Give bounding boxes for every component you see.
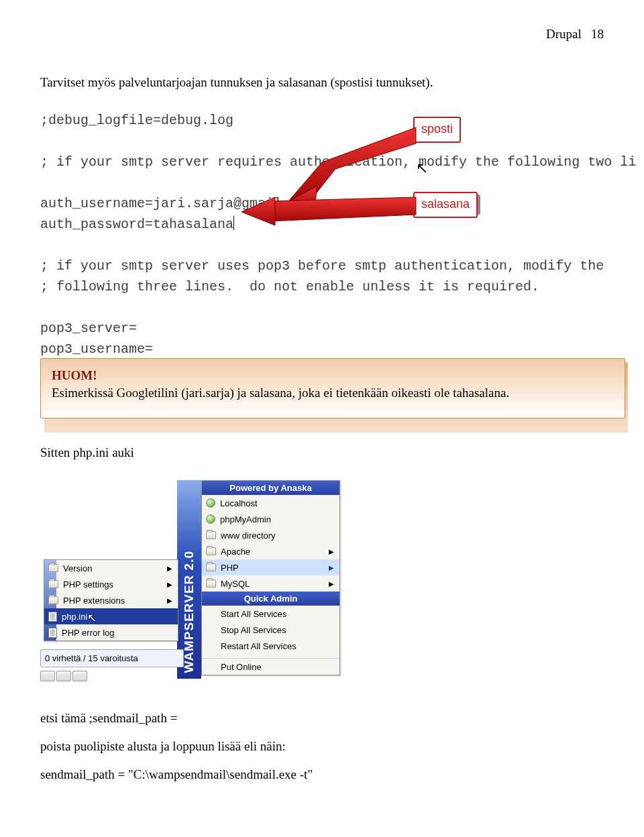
menu-label: Start All Services <box>221 609 286 619</box>
page-header: Drupal 18 <box>40 27 604 42</box>
wamp-band-label: WAMPSERVER 2.0 <box>182 551 197 673</box>
submenu-label: php.ini <box>62 612 87 622</box>
folder-icon <box>206 531 216 539</box>
chevron-right-icon: ▶ <box>329 580 334 588</box>
code-line: ; if your smtp server uses pop3 before s… <box>40 256 604 276</box>
menu-label: www directory <box>221 531 276 541</box>
code-line: ; following three lines. do not enable u… <box>40 276 604 297</box>
submenu-item-php-settings[interactable]: PHP settings ▶ <box>44 576 178 592</box>
arrow-sposti <box>268 122 423 203</box>
submenu-label: Version <box>63 563 92 573</box>
submenu-item-php-error-log[interactable]: PHP error log <box>44 624 178 640</box>
document-icon <box>48 612 57 622</box>
notice-message: Esimerkissä Googletilini (jari.sarja) ja… <box>52 386 614 400</box>
menu-label: Restart All Services <box>221 641 297 651</box>
text-cursor <box>233 216 234 230</box>
menu-item-localhost[interactable]: Localhost <box>202 495 339 511</box>
menu-item-restart-all[interactable]: Restart All Services <box>202 638 339 654</box>
svg-marker-0 <box>288 127 416 201</box>
menu-label: Stop All Services <box>221 625 286 635</box>
taskbar-button[interactable] <box>72 671 87 681</box>
chevron-right-icon: ▶ <box>329 564 334 571</box>
menu-item-www-directory[interactable]: www directory <box>202 527 339 543</box>
phpini-paragraph: Sitten php.ini auki <box>40 445 604 460</box>
menu-item-apache[interactable]: Apache ▶ <box>202 543 339 559</box>
chevron-right-icon: ▶ <box>167 565 172 572</box>
menu-item-start-all[interactable]: Start All Services <box>202 606 339 622</box>
submenu-item-version[interactable]: Version ▶ <box>44 560 178 576</box>
folder-icon <box>48 580 58 588</box>
menu-item-put-online[interactable]: Put Online <box>202 658 339 675</box>
submenu-item-php-extensions[interactable]: PHP extensions ▶ <box>44 592 178 608</box>
menu-label: phpMyAdmin <box>220 514 271 524</box>
status-bar: 0 virhettä / 15 varoitusta <box>40 649 184 667</box>
arrow-salasana <box>235 192 423 232</box>
mini-taskbar <box>40 671 87 681</box>
folder-icon <box>48 564 58 572</box>
taskbar-button[interactable] <box>40 671 55 681</box>
php-submenu: Version ▶ PHP settings ▶ PHP extensions … <box>44 559 178 641</box>
code-line: pop3_server= <box>40 318 604 339</box>
globe-icon <box>206 498 215 508</box>
submenu-label: PHP settings <box>63 579 113 590</box>
submenu-label: PHP extensions <box>63 596 125 606</box>
menu-label: MySQL <box>221 579 250 589</box>
mouse-cursor-icon: ↖ <box>87 611 97 625</box>
folder-icon <box>48 596 58 604</box>
menu-item-stop-all[interactable]: Stop All Services <box>202 622 339 638</box>
svg-marker-2 <box>268 197 416 221</box>
wamp-menu-figure: WAMPSERVER 2.0 Powered by Anaska Localho… <box>154 480 453 684</box>
status-bar-text: 0 virhettä / 15 varoitusta <box>45 653 138 663</box>
menu-item-phpmyadmin[interactable]: phpMyAdmin <box>202 511 339 527</box>
folder-icon <box>206 563 216 571</box>
chevron-right-icon: ▶ <box>167 597 172 604</box>
taskbar-button[interactable] <box>56 671 71 681</box>
chevron-right-icon: ▶ <box>167 581 172 588</box>
menu-item-php[interactable]: PHP ▶ <box>202 559 339 575</box>
wamp-main-menu: Powered by Anaska Localhost phpMyAdmin w… <box>201 480 340 675</box>
menu-item-mysql[interactable]: MySQL ▶ <box>202 575 339 592</box>
footer-line-2: poista puolipiste alusta ja loppuun lisä… <box>40 739 604 754</box>
callout-salasana: salasana <box>413 192 478 218</box>
intro-paragraph: Tarvitset myös palveluntarjoajan tunnuks… <box>40 75 604 90</box>
menu-label: Localhost <box>220 498 258 508</box>
notice-title: HUOM! <box>52 368 614 383</box>
chevron-right-icon: ▶ <box>329 548 334 555</box>
footer-line-1: etsi tämä ;sendmail_path = <box>40 711 604 726</box>
footer-line-3: sendmail_path = "C:\wampsendmail\sendmai… <box>40 767 604 782</box>
page-number: 18 <box>591 27 604 41</box>
menu-label: Put Online <box>221 662 262 672</box>
menu-header-quick-admin: Quick Admin <box>202 592 339 606</box>
menu-label: Apache <box>221 547 250 557</box>
notice-box: HUOM! Esimerkissä Googletilini (jari.sar… <box>40 358 604 418</box>
folder-icon <box>206 547 216 555</box>
config-code-figure: ;debug_logfile=debug.log ; if your smtp … <box>40 110 604 338</box>
submenu-item-php-ini[interactable]: php.ini <box>44 608 178 624</box>
folder-icon <box>206 579 216 588</box>
menu-header-anaska: Powered by Anaska <box>202 481 339 495</box>
doc-title: Drupal <box>546 27 582 41</box>
code-line: pop3_username= <box>40 339 604 359</box>
submenu-label: PHP error log <box>62 628 115 638</box>
svg-marker-3 <box>241 197 275 225</box>
globe-icon <box>206 514 215 524</box>
menu-label: PHP <box>221 563 239 573</box>
document-icon <box>48 628 57 638</box>
